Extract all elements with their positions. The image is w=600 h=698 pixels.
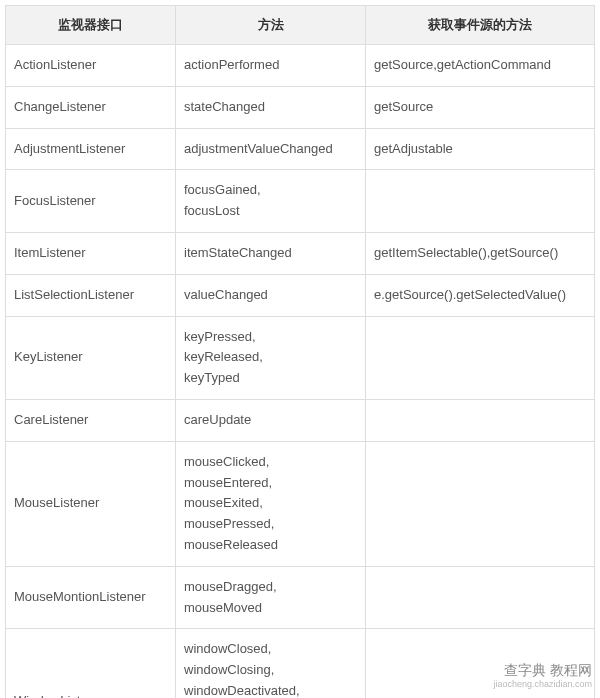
table-row: ItemListeneritemStateChangedgetItemSelec… [6,232,595,274]
cell-methods: focusGained, focusLost [176,170,366,233]
cell-methods: mouseDragged, mouseMoved [176,566,366,629]
header-interface: 监视器接口 [6,6,176,45]
cell-methods: valueChanged [176,274,366,316]
cell-interface: FocusListener [6,170,176,233]
table-row: CareListenercareUpdate [6,399,595,441]
watermark-cn: 查字典 教程网 [493,662,592,679]
cell-interface: MouseListener [6,441,176,566]
header-source: 获取事件源的方法 [366,6,595,45]
cell-methods: careUpdate [176,399,366,441]
table-row: KeyListenerkeyPressed, keyReleased, keyT… [6,316,595,399]
cell-source [366,399,595,441]
cell-methods: windowClosed, windowClosing, windowDeact… [176,629,366,698]
cell-source: getItemSelectable(),getSource() [366,232,595,274]
watermark-en: jiaocheng.chazidian.com [493,679,592,690]
watermark: 查字典 教程网 jiaocheng.chazidian.com [493,662,592,690]
cell-interface: WindowListener [6,629,176,698]
cell-methods: itemStateChanged [176,232,366,274]
cell-source: getAdjustable [366,128,595,170]
cell-methods: adjustmentValueChanged [176,128,366,170]
cell-methods: mouseClicked, mouseEntered, mouseExited,… [176,441,366,566]
cell-source: getSource,getActionCommand [366,45,595,87]
cell-interface: KeyListener [6,316,176,399]
listener-table: 监视器接口 方法 获取事件源的方法 ActionListeneractionPe… [5,5,595,698]
table-row: AdjustmentListeneradjustmentValueChanged… [6,128,595,170]
cell-source: e.getSource().getSelectedValue() [366,274,595,316]
cell-interface: AdjustmentListener [6,128,176,170]
cell-interface: ItemListener [6,232,176,274]
table-row: MouseMontionListenermouseDragged, mouseM… [6,566,595,629]
cell-source: getSource [366,86,595,128]
table-row: FocusListenerfocusGained, focusLost [6,170,595,233]
cell-interface: MouseMontionListener [6,566,176,629]
cell-methods: actionPerformed [176,45,366,87]
header-methods: 方法 [176,6,366,45]
cell-interface: ChangeListener [6,86,176,128]
table-row: ActionListeneractionPerformedgetSource,g… [6,45,595,87]
cell-interface: ListSelectionListener [6,274,176,316]
cell-interface: CareListener [6,399,176,441]
cell-source [366,170,595,233]
table-row: ListSelectionListenervalueChangede.getSo… [6,274,595,316]
cell-interface: ActionListener [6,45,176,87]
table-row: MouseListenermouseClicked, mouseEntered,… [6,441,595,566]
cell-methods: stateChanged [176,86,366,128]
table-header-row: 监视器接口 方法 获取事件源的方法 [6,6,595,45]
cell-source [366,316,595,399]
cell-source [366,566,595,629]
table-row: ChangeListenerstateChangedgetSource [6,86,595,128]
cell-methods: keyPressed, keyReleased, keyTyped [176,316,366,399]
cell-source [366,441,595,566]
